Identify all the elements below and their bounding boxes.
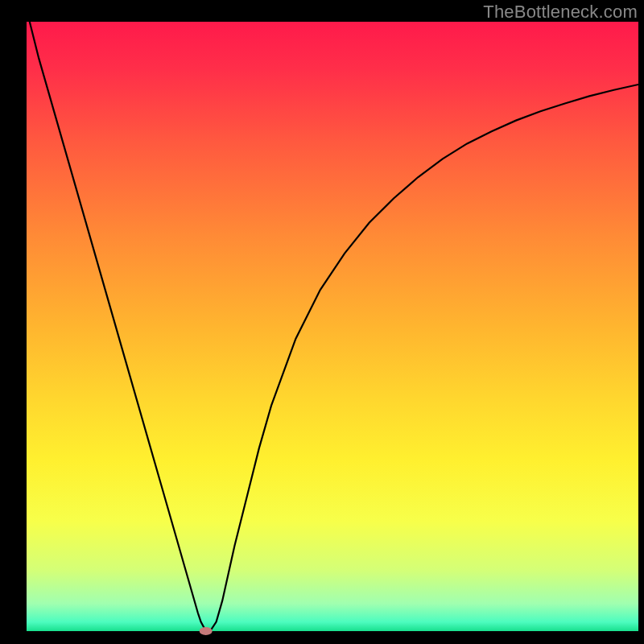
watermark-label: TheBottleneck.com [483, 2, 638, 23]
chart-container: TheBottleneck.com [0, 0, 644, 644]
gradient-background [27, 22, 638, 631]
bottleneck-chart [0, 0, 644, 644]
optimal-point-marker [200, 627, 213, 635]
